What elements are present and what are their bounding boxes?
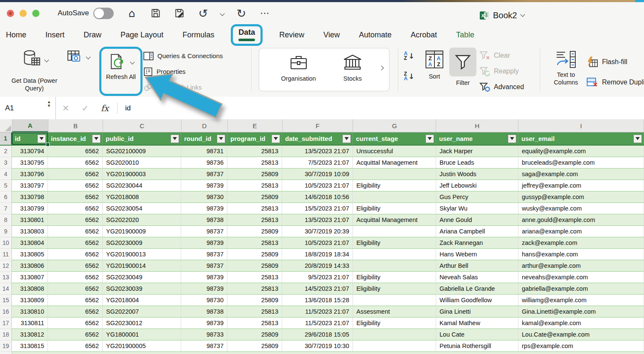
cell[interactable] bbox=[353, 260, 436, 272]
cell[interactable]: Skylar Wu bbox=[436, 203, 518, 214]
cell[interactable]: 25813 bbox=[227, 203, 282, 214]
cell[interactable]: bruceleads@example.com bbox=[518, 157, 644, 169]
filter-dropdown-icon[interactable] bbox=[342, 135, 351, 143]
row-number-14[interactable]: 14 bbox=[0, 283, 12, 295]
cell[interactable]: ariana@example.com bbox=[518, 226, 644, 237]
cell[interactable]: kamal@example.com bbox=[518, 317, 644, 329]
tab-draw[interactable]: Draw bbox=[84, 31, 101, 39]
row-number-11[interactable]: 11 bbox=[0, 249, 12, 260]
cell[interactable] bbox=[353, 329, 436, 340]
cell[interactable]: YG201900013 bbox=[103, 249, 181, 260]
cell[interactable]: 3130805 bbox=[12, 249, 48, 260]
row-number-16[interactable]: 16 bbox=[0, 306, 12, 317]
cell[interactable]: Gina Linetti bbox=[436, 306, 518, 317]
cell[interactable]: 98738 bbox=[181, 306, 227, 317]
cell[interactable]: SG2022020 bbox=[103, 214, 181, 226]
cell[interactable]: Ariana Campbell bbox=[436, 226, 518, 237]
cell[interactable]: 30/7/2019 10:30 bbox=[282, 340, 353, 352]
row-number-1[interactable]: 1 bbox=[0, 132, 12, 145]
cell[interactable]: Jeff Lebowski bbox=[436, 180, 518, 191]
cell[interactable]: YG2018004 bbox=[103, 295, 181, 306]
sort-button[interactable]: Z A A Z Sort bbox=[423, 50, 446, 80]
cell[interactable]: 6562 bbox=[48, 283, 103, 295]
cell[interactable] bbox=[353, 340, 436, 352]
remove-duplicates-button[interactable]: Remove Duplicates bbox=[586, 77, 644, 88]
cell[interactable]: 25813 bbox=[227, 146, 282, 157]
cell[interactable]: Lou.Cate@example.com bbox=[518, 329, 644, 340]
name-box[interactable]: A1 ▲▼ bbox=[0, 97, 56, 119]
cell[interactable]: 98739 bbox=[181, 237, 227, 249]
cell[interactable]: 6562 bbox=[48, 340, 103, 352]
confirm-entry-icon[interactable]: ✓ bbox=[76, 103, 95, 113]
cell[interactable]: 3130812 bbox=[12, 329, 48, 340]
cell[interactable]: 3130796 bbox=[12, 169, 48, 180]
cell[interactable]: Hans Webern bbox=[436, 249, 518, 260]
header-cell-date_submitted[interactable]: date_submitted bbox=[282, 132, 353, 145]
cell[interactable]: 10/5/2023 21:07 bbox=[282, 180, 353, 191]
sort-ascending-button[interactable]: AZ ↓ bbox=[404, 51, 414, 61]
row-number-10[interactable]: 10 bbox=[0, 237, 12, 249]
select-all-corner[interactable] bbox=[0, 119, 12, 132]
zoom-window-button[interactable] bbox=[32, 10, 39, 17]
cell[interactable]: 98730 bbox=[181, 295, 227, 306]
cell[interactable]: 6562 bbox=[48, 260, 103, 272]
cell[interactable]: anne.gould@example.com bbox=[518, 214, 644, 226]
cell[interactable]: 98736 bbox=[181, 157, 227, 169]
redo-icon[interactable]: ↻ bbox=[235, 7, 248, 20]
cell[interactable]: 25813 bbox=[227, 237, 282, 249]
reapply-filter-button[interactable]: Reapply bbox=[479, 66, 519, 76]
cell[interactable]: 3130815 bbox=[12, 340, 48, 352]
cell[interactable]: 25809 bbox=[227, 260, 282, 272]
cell[interactable]: neveahs@example.com bbox=[518, 272, 644, 283]
cell[interactable]: 25813 bbox=[227, 157, 282, 169]
column-header-h[interactable]: H bbox=[436, 119, 518, 132]
refresh-all-button[interactable]: Refresh All bbox=[101, 49, 140, 81]
cell[interactable]: SG20230012 bbox=[103, 317, 181, 329]
cell[interactable]: Assessment bbox=[353, 306, 436, 317]
cell[interactable]: 98731 bbox=[181, 146, 227, 157]
cell[interactable]: 25809 bbox=[227, 169, 282, 180]
cell[interactable]: 13/5/2023 21:07 bbox=[282, 214, 353, 226]
row-number-17[interactable]: 17 bbox=[0, 317, 12, 329]
selection-fill-handle[interactable] bbox=[46, 143, 50, 146]
row-number-15[interactable]: 15 bbox=[0, 295, 12, 306]
stocks-data-type-button[interactable]: Stocks bbox=[333, 53, 372, 82]
cell[interactable]: Eligibility bbox=[353, 237, 436, 249]
undo-icon[interactable]: ↺ bbox=[197, 7, 210, 20]
cell[interactable]: 3130797 bbox=[12, 180, 48, 191]
cell[interactable]: 98739 bbox=[181, 180, 227, 191]
cell[interactable]: 6562 bbox=[48, 295, 103, 306]
cell[interactable]: 25809 bbox=[227, 249, 282, 260]
cell[interactable]: YG201900003 bbox=[103, 169, 181, 180]
cell[interactable]: Acquittal Management bbox=[353, 157, 436, 169]
row-number-18[interactable]: 18 bbox=[0, 329, 12, 340]
cell[interactable]: 3130799 bbox=[12, 203, 48, 214]
cell[interactable]: SG2020010 bbox=[103, 157, 181, 169]
cell[interactable]: 98739 bbox=[181, 272, 227, 283]
cell[interactable]: 6562 bbox=[48, 226, 103, 237]
cell[interactable]: 25809 bbox=[227, 329, 282, 340]
cell[interactable]: 3130804 bbox=[12, 237, 48, 249]
cell[interactable]: Neveah Salas bbox=[436, 272, 518, 283]
row-number-6[interactable]: 6 bbox=[0, 191, 12, 203]
save-icon[interactable] bbox=[149, 7, 162, 20]
cell[interactable]: 98737 bbox=[181, 340, 227, 352]
header-cell-user_name[interactable]: user_name bbox=[436, 132, 518, 145]
cell[interactable]: SG20230049 bbox=[103, 272, 181, 283]
cell[interactable]: 6562 bbox=[48, 272, 103, 283]
row-number-9[interactable]: 9 bbox=[0, 226, 12, 237]
cell[interactable] bbox=[353, 249, 436, 260]
cell[interactable]: Kamal Mathew bbox=[436, 317, 518, 329]
cell[interactable]: 20/8/2019 14:33 bbox=[282, 260, 353, 272]
cell[interactable]: 98739 bbox=[181, 283, 227, 295]
cell[interactable]: 25813 bbox=[227, 306, 282, 317]
tab-view[interactable]: View bbox=[323, 31, 340, 39]
cell[interactable]: arthur@example.com bbox=[518, 260, 644, 272]
undo-dropdown-chevron-icon[interactable] bbox=[221, 9, 224, 17]
cell[interactable]: saga@example.com bbox=[518, 169, 644, 180]
tab-acrobat[interactable]: Acrobat bbox=[411, 31, 437, 39]
cell[interactable]: 11/5/2023 21:07 bbox=[282, 306, 353, 317]
column-header-a[interactable]: A bbox=[12, 119, 48, 132]
filter-dropdown-icon[interactable] bbox=[217, 135, 225, 143]
cell[interactable]: Anne Gould bbox=[436, 214, 518, 226]
